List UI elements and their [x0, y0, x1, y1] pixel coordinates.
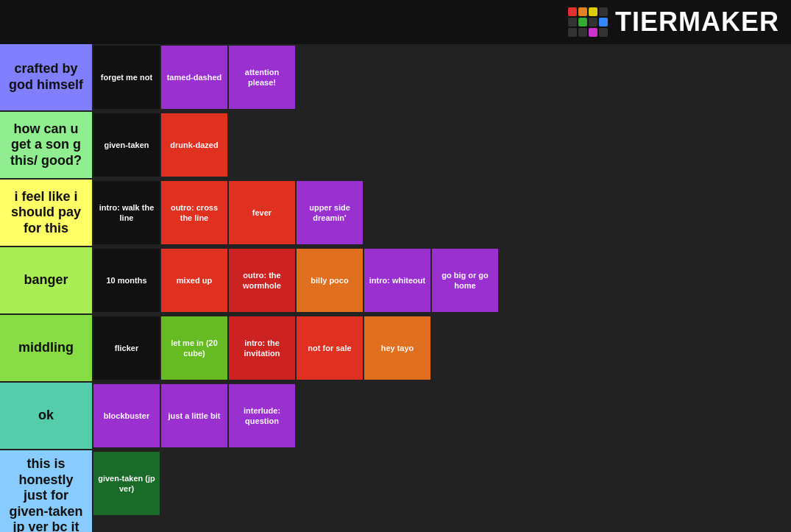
tier-item[interactable]: blockbuster — [93, 384, 160, 447]
tier-item[interactable]: fever — [229, 181, 295, 244]
tier-item[interactable]: outro: cross the line — [161, 181, 227, 244]
tier-items-c: 10 monthsmixed upoutro: the wormholebill… — [92, 247, 791, 313]
tier-item[interactable]: just a little bit — [161, 384, 227, 447]
tier-row-s: crafted by god himselfforget me nottamed… — [0, 44, 791, 112]
tier-label-b: i feel like i should pay for this — [0, 180, 92, 246]
tier-item[interactable]: forget me not — [93, 46, 160, 109]
tier-item[interactable]: given-taken — [93, 113, 160, 177]
tier-item[interactable]: intro: the invitation — [229, 316, 295, 380]
logo-text: TiERMAKER — [615, 7, 779, 38]
tier-label-s: crafted by god himself — [0, 44, 92, 110]
tier-row-c: banger10 monthsmixed upoutro: the wormho… — [0, 247, 791, 315]
tier-row-b: i feel like i should pay for thisintro: … — [0, 180, 791, 247]
tier-item[interactable]: mixed up — [161, 249, 227, 312]
tier-item[interactable]: outro: the wormhole — [229, 249, 295, 312]
tier-list: crafted by god himselfforget me nottamed… — [0, 44, 791, 532]
header: TiERMAKER — [0, 0, 791, 44]
tier-items-a: given-takendrunk-dazed — [92, 112, 791, 178]
logo-cell-8 — [568, 28, 577, 37]
tier-row-f: this is honestly just for given-taken jp… — [0, 450, 791, 532]
tier-item[interactable]: let me in (20 cube) — [161, 316, 227, 380]
logo-cell-5 — [578, 18, 587, 26]
tier-item[interactable]: tamed-dashed — [161, 46, 227, 109]
tier-items-d: flickerlet me in (20 cube)intro: the inv… — [92, 315, 791, 381]
logo-cell-1 — [578, 7, 587, 16]
tier-label-a: how can u get a son g this/ good? — [0, 112, 92, 178]
tier-label-f: this is honestly just for given-taken jp… — [0, 450, 92, 532]
logo-cell-0 — [568, 7, 577, 16]
tier-label-c: banger — [0, 247, 92, 313]
tier-row-e: okblockbusterjust a little bitinterlude:… — [0, 383, 791, 450]
logo-cell-4 — [568, 18, 577, 26]
tier-item[interactable]: go big or go home — [432, 249, 498, 312]
tier-item[interactable]: hey tayo — [364, 316, 430, 380]
logo-cell-9 — [578, 28, 587, 37]
tier-items-s: forget me nottamed-dashedattention pleas… — [92, 44, 791, 110]
tier-item[interactable]: 10 months — [93, 249, 160, 312]
tier-item[interactable]: not for sale — [297, 316, 363, 380]
tiermaker-logo: TiERMAKER — [568, 7, 779, 38]
tier-item[interactable]: billy poco — [297, 249, 363, 312]
tier-label-e: ok — [0, 383, 92, 449]
tier-row-d: middlingflickerlet me in (20 cube)intro:… — [0, 315, 791, 383]
tier-label-d: middling — [0, 315, 92, 381]
tier-items-b: intro: walk the lineoutro: cross the lin… — [92, 180, 791, 246]
tier-item[interactable]: given-taken (jp ver) — [93, 452, 160, 515]
tier-items-f: given-taken (jp ver) — [92, 450, 791, 532]
logo-cell-3 — [599, 7, 608, 16]
tier-item[interactable]: intro: whiteout — [364, 249, 430, 312]
tier-item[interactable]: drunk-dazed — [161, 113, 227, 177]
tier-item[interactable]: attention please! — [229, 46, 295, 109]
logo-grid — [568, 7, 608, 37]
tier-item[interactable]: interlude: question — [229, 384, 295, 447]
logo-cell-2 — [589, 7, 597, 16]
tier-item[interactable]: flicker — [93, 316, 160, 380]
logo-cell-7 — [599, 18, 608, 26]
tier-items-e: blockbusterjust a little bitinterlude: q… — [92, 383, 791, 449]
logo-cell-6 — [589, 18, 597, 26]
logo-cell-11 — [599, 28, 608, 37]
tier-row-a: how can u get a son g this/ good?given-t… — [0, 112, 791, 180]
tier-item[interactable]: upper side dreamin' — [297, 181, 363, 244]
tier-item[interactable]: intro: walk the line — [93, 181, 160, 244]
logo-cell-10 — [589, 28, 597, 37]
